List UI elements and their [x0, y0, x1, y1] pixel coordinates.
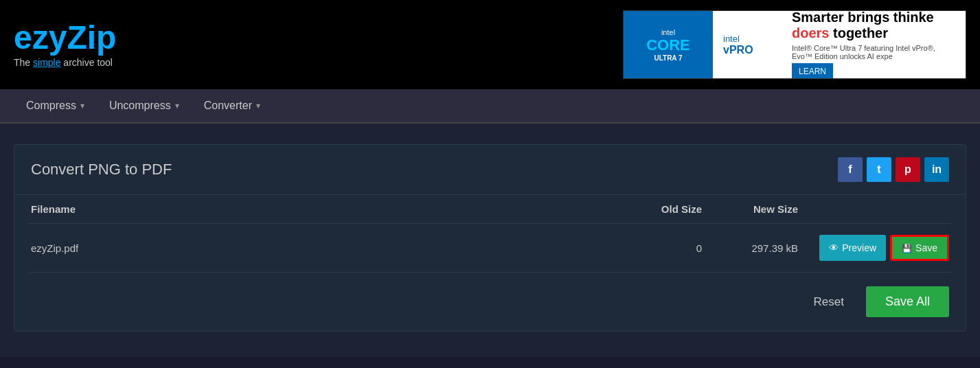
logo-area: ezyZip The simple archive tool — [14, 21, 116, 68]
nav-compress[interactable]: Compress ▾ — [14, 89, 97, 123]
eye-icon — [829, 242, 839, 253]
reset-button[interactable]: Reset — [803, 288, 855, 316]
header: ezyZip The simple archive tool intel COR… — [0, 0, 980, 89]
learn-button[interactable]: LEARN — [792, 63, 833, 79]
col-newsize-header: New Size — [702, 203, 798, 215]
ad-intel-core: intel CORE ULTRA 7 — [624, 11, 713, 78]
file-name: ezyZip.pdf — [31, 242, 619, 254]
card-footer: Reset Save All — [14, 273, 966, 331]
converter-card: Convert PNG to PDF f t p in Filename Old… — [14, 144, 966, 332]
chevron-down-icon: ▾ — [256, 101, 260, 111]
ad-banner: intel CORE ULTRA 7 intel vPRO Smarter br… — [623, 10, 966, 79]
old-size: 0 — [619, 242, 702, 254]
card-header: Convert PNG to PDF f t p in — [14, 145, 966, 195]
col-oldsize-header: Old Size — [619, 203, 702, 215]
table-row: ezyZip.pdf 0 297.39 kB Preview Save — [28, 224, 952, 273]
chevron-down-icon: ▾ — [175, 101, 179, 111]
table-header: Filename Old Size New Size — [28, 195, 952, 224]
nav-converter[interactable]: Converter ▾ — [192, 89, 273, 123]
logo-tagline: The simple archive tool — [14, 57, 116, 68]
save-icon — [902, 242, 912, 253]
social-buttons: f t p in — [838, 157, 949, 182]
logo: ezyZip — [14, 21, 116, 54]
logo-ezy: ezy — [14, 19, 67, 56]
navbar: Compress ▾ Uncompress ▾ Converter ▾ — [0, 89, 980, 124]
new-size: 297.39 kB — [702, 242, 798, 254]
row-actions: Preview Save — [798, 235, 949, 261]
logo-zip: Zip — [67, 19, 116, 56]
nav-uncompress[interactable]: Uncompress ▾ — [97, 89, 192, 123]
save-button[interactable]: Save — [890, 235, 949, 261]
main-content: Convert PNG to PDF f t p in Filename Old… — [0, 124, 980, 357]
save-all-button[interactable]: Save All — [866, 286, 949, 317]
simple-link[interactable]: simple — [33, 57, 60, 68]
ad-intel-vpro: intel vPRO — [713, 11, 782, 78]
twitter-button[interactable]: t — [867, 157, 891, 182]
pinterest-button[interactable]: p — [896, 157, 920, 182]
ad-content: Smarter brings thinke doers together Int… — [782, 11, 966, 78]
card-title: Convert PNG to PDF — [31, 161, 172, 179]
linkedin-button[interactable]: in — [924, 157, 949, 182]
col-filename-header: Filename — [31, 203, 619, 215]
chevron-down-icon: ▾ — [80, 101, 84, 111]
preview-button[interactable]: Preview — [819, 235, 886, 261]
file-table: Filename Old Size New Size ezyZip.pdf 0 … — [14, 195, 966, 273]
col-actions-header — [798, 203, 949, 215]
facebook-button[interactable]: f — [838, 157, 863, 182]
